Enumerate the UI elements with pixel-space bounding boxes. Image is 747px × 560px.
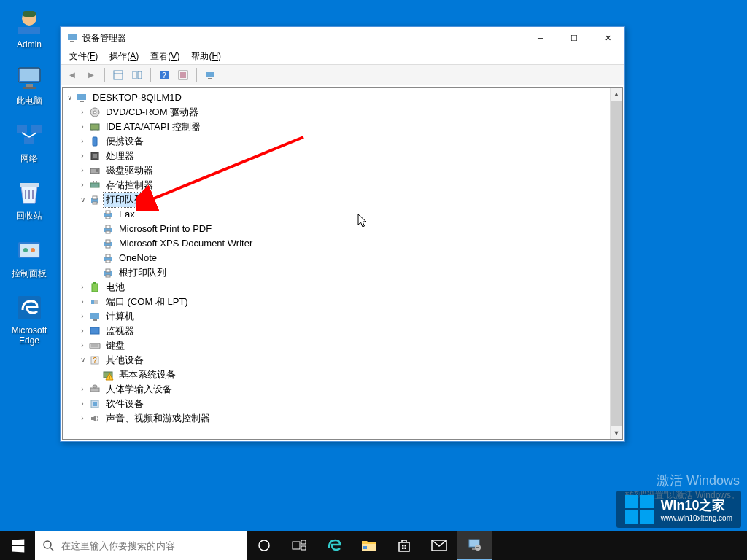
toolbar-help-button[interactable]: ? [155,66,173,84]
expander-icon[interactable]: ∨ [77,192,88,207]
expander-icon[interactable]: › [77,149,88,163]
taskbar-icon-explorer[interactable] [352,531,387,560]
taskbar-icon-devmgr[interactable] [457,531,492,560]
svg-rect-71 [90,327,99,334]
expander-icon[interactable]: › [77,120,88,134]
scroll-down-button[interactable]: ▼ [611,427,622,439]
device-icon [89,194,101,206]
toolbar-btn-4[interactable] [174,66,192,84]
scroll-up-button[interactable]: ▲ [611,88,622,100]
toolbar-scan-button[interactable] [201,66,219,84]
minimize-button[interactable]: ─ [524,27,557,49]
svg-rect-49 [106,211,110,214]
expander-icon[interactable]: › [77,324,88,338]
taskbar-search[interactable] [35,531,247,560]
device-icon: ! [102,369,114,381]
expander-icon[interactable]: › [77,309,88,324]
svg-rect-37 [93,137,97,146]
desktop-icon-edge[interactable]: Microsoft Edge [4,293,55,346]
tree-node[interactable]: ›IDE ATA/ATAPI 控制器 [64,120,621,134]
menu-action[interactable]: 操作(A) [105,49,143,64]
toolbar-btn-1[interactable] [109,66,127,84]
toolbar-btn-2[interactable] [128,66,146,84]
svg-rect-2 [23,11,36,17]
expander-icon[interactable]: › [77,280,88,295]
expander-icon[interactable]: › [77,411,88,426]
svg-rect-23 [138,71,142,79]
tree-child[interactable]: 根打印队列 [64,265,621,280]
tree-child[interactable]: Fax [64,207,621,222]
tree-node[interactable]: ›存储控制器 [64,178,621,192]
separator [104,68,105,82]
search-input[interactable] [61,540,239,551]
desktop-icon-control-panel[interactable]: 控制面板 [4,236,55,280]
expander-icon[interactable]: › [77,382,88,397]
taskbar-icon-cortana[interactable] [247,531,282,560]
menu-view[interactable]: 查看(V) [146,49,184,64]
tree-node[interactable]: ›人体学输入设备 [64,382,621,397]
tree-node[interactable]: ∨打印队列 [64,192,621,207]
tree-node[interactable]: ›声音、视频和游戏控制器 [64,411,621,426]
svg-rect-53 [106,231,110,233]
taskbar-icon-task-view[interactable] [282,531,317,560]
desktop-icon-this-pc[interactable]: 此电脑 [4,63,55,107]
expander-icon[interactable]: › [77,105,88,120]
expander-icon[interactable]: › [77,397,88,411]
svg-rect-101 [476,547,479,548]
tree-child[interactable]: OneNote [64,251,621,265]
tree-node[interactable]: ›计算机 [64,309,621,324]
svg-line-86 [50,548,53,551]
scroll-thumb[interactable] [611,101,622,426]
expander-icon[interactable]: › [77,295,88,309]
menu-file[interactable]: 文件(F) [65,49,102,64]
taskbar-icon-mail[interactable] [422,531,457,560]
menu-help[interactable]: 帮助(H) [187,49,225,64]
device-icon [89,136,101,147]
tree-node[interactable]: ›磁盘驱动器 [64,163,621,178]
desktop-label: 回收站 [16,210,42,222]
desktop-icon-network[interactable]: 网络 [4,120,55,165]
expander-icon[interactable]: › [77,338,88,353]
device-icon [89,150,101,162]
tree-node[interactable]: ›软件设备 [64,397,621,411]
taskbar-icon-edge[interactable] [317,531,352,560]
svg-rect-93 [402,545,404,547]
tree-node[interactable]: ›键盘 [64,338,621,353]
expander-icon[interactable]: ∨ [77,353,88,368]
svg-rect-20 [114,71,123,79]
brand-title: Win10之家 [661,497,732,514]
expander-icon[interactable]: › [77,178,88,192]
expander-icon[interactable]: ∨ [64,90,74,105]
tree-node[interactable]: ∨?其他设备 [64,353,621,368]
edge-icon [15,293,44,322]
tree-child[interactable]: Microsoft Print to PDF [64,222,621,236]
svg-rect-39 [93,154,97,158]
start-button[interactable] [0,531,35,560]
tree-node[interactable]: ›监视器 [64,324,621,338]
expander-icon[interactable]: › [77,163,88,178]
tree-node[interactable]: ›DVD/CD-ROM 驱动器 [64,105,621,120]
close-button[interactable]: ✕ [591,27,624,49]
tree-node[interactable]: ›电池 [64,280,621,295]
tree-child[interactable]: !基本系统设备 [64,368,621,382]
maximize-button[interactable]: ☐ [557,27,591,49]
tree-label: 监视器 [104,324,136,338]
desktop-icon-admin[interactable]: Admin [4,7,55,50]
svg-rect-42 [90,183,99,187]
tree-node[interactable]: ›端口 (COM 和 LPT) [64,295,621,309]
desktop-label: 网络 [20,152,38,165]
tree-node[interactable]: ›便携设备 [64,134,621,149]
menubar: 文件(F) 操作(A) 查看(V) 帮助(H) [61,49,624,65]
device-icon [89,325,101,337]
tree-root[interactable]: ∨DESKTOP-8QILM1D [64,90,621,105]
tree-node[interactable]: ›处理器 [64,149,621,163]
desktop-icon-recycle-bin[interactable]: 回收站 [4,178,55,222]
expander-icon[interactable]: › [77,134,88,149]
titlebar[interactable]: 设备管理器 ─ ☐ ✕ [61,27,624,49]
taskbar-icon-store[interactable] [387,531,422,560]
svg-rect-56 [106,246,110,248]
svg-text:?: ? [93,357,97,365]
svg-rect-22 [133,71,136,79]
vertical-scrollbar[interactable]: ▲ ▼ [610,88,622,439]
tree-child[interactable]: Microsoft XPS Document Writer [64,236,621,251]
